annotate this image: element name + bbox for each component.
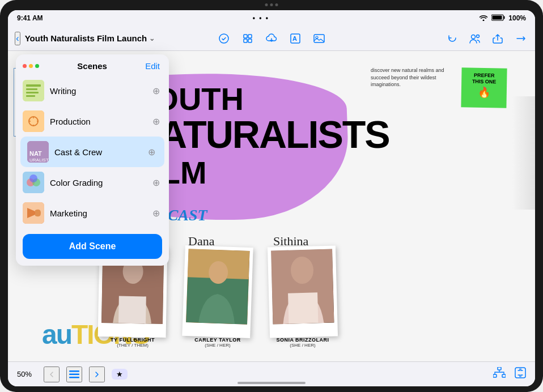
cast-pronoun-1: (THEY / THEM) <box>117 343 149 348</box>
svg-rect-25 <box>288 292 318 323</box>
collaborate-icon[interactable] <box>467 31 483 46</box>
scenes-panel: Scenes Edit Writing ⊕ <box>16 54 169 266</box>
scene-item-production[interactable]: Production ⊕ <box>16 106 169 137</box>
svg-rect-27 <box>26 84 41 87</box>
scene-label-color-grading: Color Grading <box>50 178 144 188</box>
undo-icon[interactable] <box>444 31 460 46</box>
title-film: FILM <box>133 154 389 191</box>
svg-rect-46 <box>502 374 506 377</box>
cast-name-2: CARLEY TAYLOR <box>194 337 240 343</box>
title-youth: YOUTH <box>133 80 389 117</box>
status-dots: • • • <box>253 14 269 22</box>
ipad-frame: 9:41 AM • • • 100% <box>0 0 543 392</box>
cast-photo-2 <box>186 249 249 325</box>
add-scene-button[interactable]: Add Scene <box>23 234 162 259</box>
sticky-note-text: PREFERTHIS ONE <box>466 72 502 85</box>
cast-photo-3 <box>271 249 334 325</box>
color-grading-thumb-icon <box>23 172 44 193</box>
cast-silhouette-2 <box>186 249 249 325</box>
pencil-tool-icon[interactable] <box>216 31 232 46</box>
svg-text:NAT: NAT <box>29 150 42 157</box>
grid-view-icon[interactable] <box>240 31 256 46</box>
zoom-level: 50% <box>17 370 37 378</box>
more-options-icon[interactable] <box>512 31 528 46</box>
top-dot <box>270 3 273 6</box>
scene-more-marketing[interactable]: ⊕ <box>150 207 162 219</box>
svg-rect-19 <box>118 296 146 324</box>
scene-label-writing: Writing <box>50 86 144 96</box>
scene-item-color-grading[interactable]: Color Grading ⊕ <box>16 167 169 198</box>
cloud-icon[interactable] <box>264 31 279 46</box>
production-thumb-icon <box>23 110 44 132</box>
battery-percent: 100% <box>508 14 526 22</box>
sticky-note-emoji: 🔥 <box>466 86 502 99</box>
star-tab[interactable]: ★ <box>112 369 128 380</box>
document-title[interactable]: Youth Naturalists Film Launch ⌄ <box>25 33 155 43</box>
svg-rect-43 <box>69 377 79 378</box>
svg-rect-45 <box>493 374 497 377</box>
scene-more-production[interactable]: ⊕ <box>150 115 162 127</box>
film-title-area: YOUTH NATURALISTS FILM <box>133 80 389 191</box>
star-icon: ★ <box>116 370 123 378</box>
top-dot <box>275 3 278 6</box>
chevron-right-icon <box>92 370 101 379</box>
fullscreen-icon[interactable] <box>515 367 526 381</box>
nav-next-button[interactable] <box>89 367 105 382</box>
scenes-panel-dots <box>23 64 39 68</box>
list-view-button[interactable] <box>66 367 82 382</box>
wifi-icon <box>479 14 488 23</box>
svg-rect-42 <box>69 373 79 375</box>
cast-pronoun-2: (SHE / HER) <box>205 343 230 348</box>
ipad-top-dots <box>265 3 278 6</box>
status-right: 100% <box>479 14 526 23</box>
main-cast-label: MAIN CAST <box>121 204 518 225</box>
svg-rect-6 <box>244 39 247 42</box>
svg-rect-44 <box>498 367 501 370</box>
status-bar: 9:41 AM • • • 100% <box>8 10 535 26</box>
scene-more-writing[interactable]: ⊕ <box>150 84 162 97</box>
scene-item-cast-crew[interactable]: NAT URALISTS Cast & Crew ⊕ <box>20 137 164 167</box>
back-button[interactable]: ‹ <box>15 32 20 45</box>
marketing-thumb-icon <box>23 202 44 224</box>
cast-name-3: SONIA BRIZZOLARI <box>276 337 329 343</box>
home-indicator <box>237 382 306 384</box>
scene-more-cast-crew[interactable]: ⊕ <box>145 146 158 158</box>
svg-rect-41 <box>69 370 79 372</box>
bottom-right-icons <box>493 367 526 381</box>
sticky-note: PREFERTHIS ONE 🔥 <box>461 67 507 108</box>
title-text: Youth Naturalists Film Launch <box>25 33 147 43</box>
title-chevron-icon: ⌄ <box>149 35 155 42</box>
svg-text:A: A <box>292 35 297 42</box>
scenes-panel-title: Scenes <box>77 61 107 71</box>
scene-thumb-color-grading <box>23 172 44 193</box>
svg-rect-10 <box>314 35 324 42</box>
svg-rect-1 <box>504 16 505 19</box>
cast-silhouette-3 <box>271 249 334 325</box>
hierarchy-svg <box>493 367 506 378</box>
nav-prev-button[interactable] <box>44 367 60 382</box>
toolbar: ‹ Youth Naturalists Film Launch ⌄ <box>8 26 535 51</box>
cast-pronoun-3: (SHE / HER) <box>290 343 315 348</box>
dot-green <box>35 64 39 68</box>
svg-point-12 <box>472 35 476 39</box>
scene-label-production: Production <box>50 117 144 126</box>
cast-card-3: Sithina <box>269 234 337 348</box>
scenes-edit-button[interactable]: Edit <box>145 61 160 71</box>
share-icon[interactable] <box>490 31 506 46</box>
list-icon <box>69 370 79 378</box>
chevron-left-icon <box>47 370 56 379</box>
scene-thumb-marketing <box>23 202 44 224</box>
svg-rect-26 <box>23 80 44 101</box>
scene-more-color-grading[interactable]: ⊕ <box>150 176 162 189</box>
svg-rect-47 <box>515 368 525 378</box>
svg-point-13 <box>477 35 480 37</box>
canvas-right-edge <box>512 96 535 210</box>
text-tool-icon[interactable]: A <box>287 31 303 46</box>
svg-rect-4 <box>244 35 247 38</box>
ipad-screen: 9:41 AM • • • 100% <box>8 10 535 386</box>
status-time: 9:41 AM <box>17 14 43 22</box>
hierarchy-icon[interactable] <box>493 367 506 381</box>
scene-item-marketing[interactable]: Marketing ⊕ <box>16 198 169 228</box>
image-tool-icon[interactable] <box>311 31 327 46</box>
scene-item-writing[interactable]: Writing ⊕ <box>16 75 169 106</box>
